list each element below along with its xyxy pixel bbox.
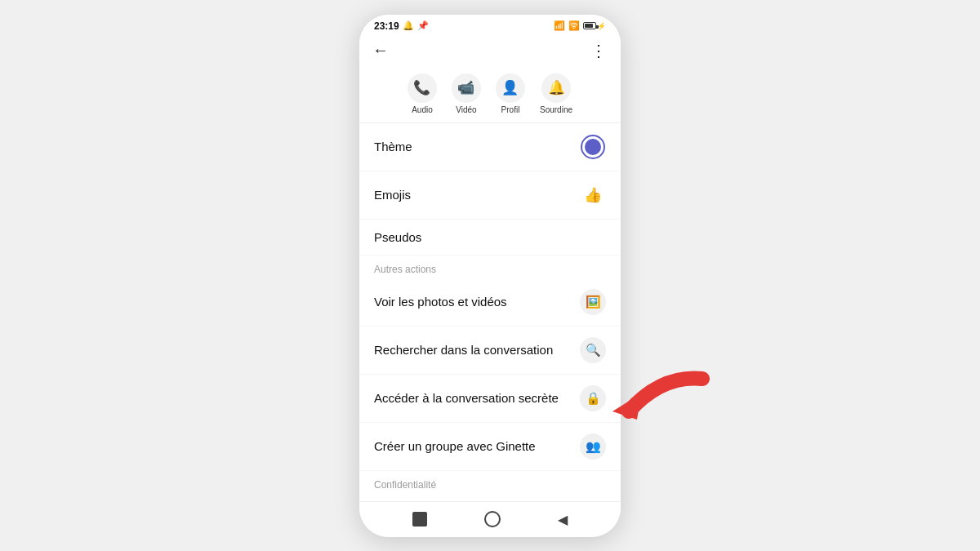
pin-icon: 📌 [417,20,429,31]
menu-item-pseudos[interactable]: Pseudos [359,220,621,256]
tab-sourdine[interactable]: 🔔 Sourdine [540,73,572,114]
tab-video-label: Vidéo [456,105,476,114]
search-icon: 🔍 [586,343,601,358]
search-label-group: Rechercher dans la conversation [374,343,553,357]
menu-item-group[interactable]: Créer un groupe avec Ginette 👥 [359,423,621,471]
emojis-icon-container: 👍 [580,182,606,208]
back-icon: ◀ [558,513,568,527]
menu-item-secret[interactable]: Accéder à la conversation secrète 🔒 [359,375,621,423]
icon-tabs: 📞 Audio 📹 Vidéo 👤 Profil 🔔 Sourdine [359,67,621,123]
group-icon: 👥 [586,439,601,454]
header-bar: ← ⋮ [359,38,621,67]
red-arrow-annotation [612,371,710,447]
video-icon: 📹 [452,73,481,103]
menu-item-search[interactable]: Rechercher dans la conversation 🔍 [359,327,621,375]
secret-icon-container: 🔒 [580,385,606,411]
more-button[interactable]: ⋮ [590,41,608,60]
pseudos-title: Pseudos [374,230,421,244]
audio-icon: 📞 [408,73,437,103]
sourdine-icon: 🔔 [541,73,571,103]
phone-container: 23:19 🔔 📌 📶 🛜 ⚡ ← ⋮ [359,15,621,537]
secret-label-group: Accéder à la conversation secrète [374,391,559,405]
notification-icon: 🔔 [403,20,414,31]
time: 23:19 [374,20,399,32]
search-title: Rechercher dans la conversation [374,343,553,357]
nav-bar: ◀ [359,501,621,537]
photos-icon: 🖼️ [580,289,606,315]
tab-sourdine-label: Sourdine [540,105,572,114]
secret-title: Accéder à la conversation secrète [374,391,559,405]
theme-title: Thème [374,140,412,153]
status-bar: 23:19 🔔 📌 📶 🛜 ⚡ [359,15,621,38]
menu-item-notifications[interactable]: Notifications Oui [359,494,621,501]
search-icon-container: 🔍 [580,337,606,363]
battery-icon: ⚡ [583,22,606,30]
back-button[interactable]: ← [372,41,389,60]
section-confidentialite: Confidentialité [359,471,621,494]
nav-home-button[interactable] [412,512,427,527]
tab-audio-label: Audio [412,105,433,114]
nav-circle-button[interactable] [484,511,501,527]
wifi-icon: 🛜 [568,20,580,31]
nav-back-button[interactable]: ◀ [558,512,568,527]
menu-list: Thème Emojis 👍 Pseudos [359,123,621,501]
status-bar-left: 23:19 🔔 📌 [374,20,429,32]
menu-item-photos[interactable]: Voir les photos et vidéos 🖼️ [359,278,621,327]
group-icon-container: 👥 [580,433,606,460]
tab-video[interactable]: 📹 Vidéo [452,73,481,114]
group-label-group: Créer un groupe avec Ginette [374,439,536,453]
theme-label-group: Thème [374,140,412,153]
section-autres-actions: Autres actions [359,256,621,278]
status-bar-right: 📶 🛜 ⚡ [554,20,606,31]
theme-color-icon [582,136,604,158]
photos-title: Voir les photos et vidéos [374,295,507,309]
pseudos-label-group: Pseudos [374,230,421,244]
emojis-label-group: Emojis [374,188,411,202]
tab-profil[interactable]: 👤 Profil [496,73,525,114]
circle-icon [484,511,501,527]
photos-label-group: Voir les photos et vidéos [374,295,507,309]
group-title: Créer un groupe avec Ginette [374,439,536,453]
menu-item-emojis[interactable]: Emojis 👍 [359,171,621,220]
tab-audio[interactable]: 📞 Audio [408,73,437,114]
profil-icon: 👤 [496,73,525,103]
emojis-title: Emojis [374,188,411,202]
menu-item-theme[interactable]: Thème [359,123,621,171]
home-icon [412,512,427,527]
image-icon: 🖼️ [586,295,601,309]
thumbsup-icon: 👍 [584,186,602,204]
theme-icon-container [580,134,606,160]
signal-icon: 📶 [554,20,565,31]
tab-profil-label: Profil [501,105,520,114]
lock-icon: 🔒 [586,391,601,406]
